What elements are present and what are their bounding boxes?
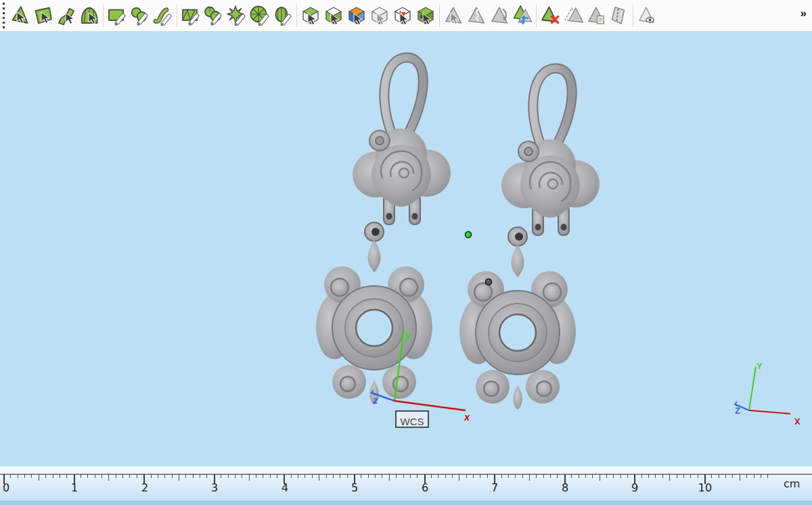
cube-interior-cone-icon: [392, 5, 413, 26]
select-shell-tool-button[interactable]: [78, 1, 101, 30]
select-shell-icon: [79, 5, 99, 26]
triangle-document-icon: [586, 5, 606, 26]
paint-select-pie-icon: [250, 5, 270, 26]
paint-select-fan-icon: [273, 5, 293, 26]
paint-select-blob-icon: [130, 5, 150, 26]
select-curved-surface-tool-button[interactable]: [55, 1, 78, 30]
cube-green-top-icon: [300, 5, 321, 26]
toolbar-separator: [177, 4, 177, 27]
select-triangle-tool-button[interactable]: [9, 1, 32, 30]
wcs-z-axis-label: z: [372, 394, 378, 406]
select-cube-solid-tool-button[interactable]: [414, 1, 437, 30]
cube-disabled-icon: [369, 5, 390, 26]
triangle-select-gray-tool-button[interactable]: [442, 1, 465, 30]
triangle-duplicate-tool-button[interactable]: [562, 1, 585, 30]
toolbar-drag-handle[interactable]: [2, 3, 5, 28]
select-quad-tool-button[interactable]: [32, 1, 55, 30]
paint-select-pie-tool-button[interactable]: [248, 1, 271, 30]
cube-green-sides-icon: [323, 5, 344, 26]
snap-point-marker: [486, 279, 492, 285]
ruler-number: 9: [631, 481, 638, 494]
select-cube-colored-faces-tool-button[interactable]: [345, 1, 368, 30]
horizontal-ruler: 0 1 2 3 4 5 6 7 8 9 10 cm: [0, 466, 812, 501]
mesh-stitch-tool-button[interactable]: [608, 1, 631, 30]
paint-select-curve-icon: [153, 5, 173, 26]
triangle-swap-selection-tool-button[interactable]: [511, 1, 534, 30]
paint-select-fan-tool-button[interactable]: [271, 1, 294, 30]
toolbar-separator: [103, 4, 104, 27]
select-curved-surface-icon: [56, 5, 76, 26]
main-toolbar: »: [0, 0, 812, 31]
triangle-eye-icon: [637, 5, 657, 26]
paint-select-rectangle-tool-button[interactable]: [106, 1, 129, 30]
toolbar-separator: [439, 4, 440, 27]
earring-rose-body: [353, 128, 451, 207]
model-ornamental-pendant-left[interactable]: [316, 222, 432, 405]
orientation-x-label: X: [794, 416, 800, 427]
mesh-stitch-icon: [609, 5, 629, 26]
toolbar-separator: [296, 4, 297, 27]
select-quad-icon: [33, 5, 53, 26]
triangle-trim-icon: [466, 5, 487, 26]
triangle-delete-tool-button[interactable]: [539, 1, 562, 30]
orientation-y-label: Y: [757, 361, 763, 371]
paint-select-blob-tool-button[interactable]: [129, 1, 152, 30]
triangle-export-tool-button[interactable]: [585, 1, 608, 30]
earring-rose-body: [501, 139, 600, 218]
orientation-axis-indicator: Y Z X: [735, 361, 800, 427]
paint-select-star-icon: [227, 5, 247, 26]
paint-select-mesh-icon: [181, 5, 201, 26]
wcs-x-axis-label: x: [464, 411, 470, 423]
ruler-number: 1: [71, 481, 78, 494]
ruler-number: 5: [351, 481, 358, 494]
ruler-number: 4: [281, 481, 288, 494]
ruler-number: 0: [3, 481, 9, 494]
bottom-edge-strip: [0, 501, 812, 505]
select-triangle-icon: [10, 5, 30, 26]
model-earring-hook-left[interactable]: [353, 57, 451, 224]
scene-3d-view: y z x WCS Y Z X: [0, 31, 812, 466]
wcs-y-axis-label: y: [405, 329, 411, 341]
paint-select-star-tool-button[interactable]: [225, 1, 248, 30]
orientation-z-label: Z: [735, 406, 740, 416]
pivot-point-handle[interactable]: [466, 232, 472, 238]
ruler-number: 10: [698, 481, 712, 494]
paint-select-curve-tool-button[interactable]: [152, 1, 175, 30]
select-cube-disabled-tool-button[interactable]: [368, 1, 391, 30]
model-ornamental-pendant-right[interactable]: [459, 227, 576, 410]
viewport-canvas[interactable]: y z x WCS Y Z X: [0, 31, 812, 466]
toolbar-separator: [633, 4, 633, 27]
triangle-visibility-tool-button[interactable]: [635, 1, 658, 30]
paint-select-circles-tool-button[interactable]: [202, 1, 225, 30]
select-cube-top-face-tool-button[interactable]: [299, 1, 322, 30]
select-cube-side-faces-tool-button[interactable]: [322, 1, 345, 30]
ruler-number: 8: [562, 481, 568, 494]
ruler-number: 2: [141, 481, 148, 494]
model-earring-hook-right[interactable]: [501, 68, 600, 235]
toolbar-overflow-button[interactable]: »: [800, 0, 807, 20]
triangle-trim-tool-button[interactable]: [465, 1, 488, 30]
triangle-swap-icon: [512, 5, 533, 26]
paint-select-mesh-tool-button[interactable]: [179, 1, 202, 30]
triangle-move-tool-button[interactable]: [488, 1, 511, 30]
ruler-number: 3: [211, 481, 218, 494]
ruler-number: 6: [422, 481, 428, 494]
ruler-ticks: [3, 475, 772, 484]
cube-orange-blue-icon: [346, 5, 367, 26]
triangle-gray-cursor-icon: [443, 5, 464, 26]
ruler-unit-label: cm: [784, 477, 800, 490]
triangle-duplicate-dashed-icon: [563, 5, 583, 26]
triangle-delete-red-x-icon: [540, 5, 560, 26]
wcs-label-text: WCS: [401, 416, 424, 427]
ruler-number: 7: [491, 481, 498, 494]
toolbar-separator: [536, 4, 537, 27]
paint-select-circles-icon: [204, 5, 224, 26]
cube-solid-green-icon: [415, 5, 436, 26]
triangle-move-arrow-icon: [489, 5, 510, 26]
paint-select-rectangle-icon: [107, 5, 127, 26]
select-cube-interior-tool-button[interactable]: [391, 1, 414, 30]
